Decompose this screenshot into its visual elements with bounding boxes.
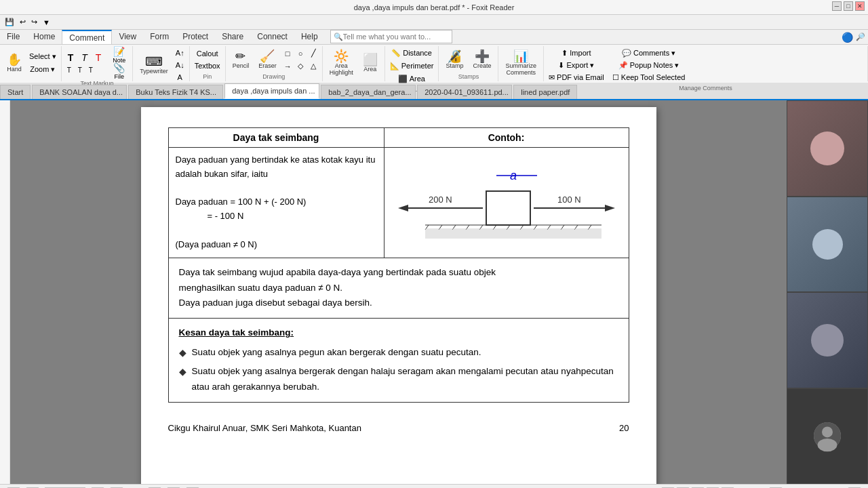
pin-label: Pin bbox=[193, 73, 222, 80]
perimeter-btn[interactable]: 📐 Perimeter bbox=[388, 60, 436, 72]
ribbon-section-area: 🔆 Area Highlight ⬜ Area bbox=[323, 46, 385, 81]
bullet1-icon: ◆ bbox=[179, 345, 186, 361]
status-bar: |◀ ◀ ▶ ▶| ⬜ ↔ ⤢ ⬜ ⊞ 📋 🔊 📄 200% − + bbox=[0, 484, 868, 488]
tab-bab2[interactable]: bab_2_daya_dan_gera... bbox=[321, 85, 416, 99]
pdf-page: Daya tak seimbang Contoh: Daya paduan ya… bbox=[141, 107, 656, 484]
ribbon-section-drawing: ✏ Pencil 🧹 Eraser □ ○ ╱ → ◇ △ Drawing bbox=[226, 46, 323, 81]
file-btn[interactable]: 📎 File bbox=[108, 64, 130, 79]
section-definition-box: Daya tak seimbang wujud apabila daya-day… bbox=[168, 258, 629, 319]
tab-home[interactable]: Home bbox=[26, 30, 62, 44]
tab-start[interactable]: Start bbox=[0, 85, 31, 99]
tab-file[interactable]: File bbox=[0, 30, 26, 44]
create-btn[interactable]: ➕ Create bbox=[469, 48, 495, 71]
bold-text-btn[interactable]: T bbox=[64, 51, 77, 64]
pdf-email-btn[interactable]: ✉ PDF via Email bbox=[547, 72, 606, 83]
search-input[interactable] bbox=[343, 33, 449, 41]
quick-access-toolbar: 💾 ↩ ↪ ▼ bbox=[0, 15, 868, 30]
tab-daya-impuls[interactable]: daya ,daya impuls dan ... ✕ bbox=[224, 83, 319, 99]
tab-2020[interactable]: 2020-04-01_093611.pd... bbox=[417, 85, 512, 99]
tab-close-btn[interactable]: ✕ bbox=[318, 87, 320, 95]
tab-share[interactable]: Share bbox=[215, 30, 250, 44]
area-btn[interactable]: ⬜ Area bbox=[359, 52, 382, 75]
export-btn[interactable]: ⬇ Export ▾ bbox=[547, 60, 606, 71]
ribbon-section-textmarkup: T T T T T T 📝 Note bbox=[62, 46, 134, 81]
area-highlight-btn[interactable]: 🔆 Area Highlight bbox=[326, 48, 357, 78]
font-decrease-btn[interactable]: A↓ bbox=[174, 60, 186, 70]
italic-text-btn[interactable]: T bbox=[78, 51, 91, 64]
minimize-button[interactable]: ─ bbox=[832, 1, 842, 11]
tab-view[interactable]: View bbox=[112, 30, 143, 44]
color-text-btn[interactable]: T bbox=[92, 51, 105, 64]
import-btn[interactable]: ⬆ Import bbox=[547, 47, 606, 59]
keep-tool-btn[interactable]: ☐ Keep Tool Selected bbox=[610, 72, 688, 83]
summarize-btn[interactable]: 📊 Summarize Comments bbox=[501, 48, 540, 78]
rect-btn[interactable]: □ bbox=[282, 47, 294, 59]
search-box[interactable]: 🔍 bbox=[330, 30, 452, 43]
ribbon-section-manage: ⬆ Import ⬇ Export ▾ ✉ PDF via Email 💬 Co… bbox=[544, 46, 868, 81]
pdf-viewer[interactable]: Daya tak seimbang Contoh: Daya paduan ya… bbox=[10, 100, 787, 484]
tsmall1-btn[interactable]: T bbox=[64, 65, 74, 75]
maximize-button[interactable]: □ bbox=[844, 1, 853, 11]
hand-tool-btn[interactable]: ✋ Hand bbox=[3, 52, 26, 75]
tab-form[interactable]: Form bbox=[143, 30, 176, 44]
shape1-btn[interactable]: ◇ bbox=[295, 60, 307, 72]
oval-btn[interactable]: ○ bbox=[295, 47, 307, 59]
pencil-btn[interactable]: ✏ Pencil bbox=[229, 48, 254, 71]
video-participant-1 bbox=[787, 100, 868, 197]
stamp-btn[interactable]: 🔏 Stamp bbox=[441, 48, 467, 71]
ribbon-section-measure: 📏 Distance 📐 Perimeter ⬛ Area Measure bbox=[385, 46, 439, 81]
search-icon: 🔍 bbox=[334, 33, 343, 41]
ribbon-content: ✋ Hand Select ▾ Zoom ▾ T T T bbox=[0, 45, 868, 83]
save-quick-btn[interactable]: 💾 bbox=[3, 16, 16, 28]
tab-comment[interactable]: Comment bbox=[62, 30, 112, 44]
tab-bank-soalan[interactable]: BANK SOALAN daya d... bbox=[32, 85, 127, 99]
stamps-group: 🔏 Stamp ➕ Create bbox=[441, 47, 495, 72]
tab-buku-teks[interactable]: Buku Teks Fizik T4 KS... bbox=[128, 85, 223, 99]
left-sidebar bbox=[0, 100, 10, 484]
hand-icon: ✋ bbox=[7, 54, 22, 66]
ribbon-section-hand: ✋ Hand Select ▾ Zoom ▾ bbox=[0, 46, 62, 81]
line-btn[interactable]: ╱ bbox=[308, 47, 319, 59]
box-shape bbox=[486, 191, 530, 225]
undo-quick-btn[interactable]: ↩ bbox=[18, 16, 28, 28]
ribbon-section-typewriter: ⌨ Typewriter A↑ A↓ A Typewriter bbox=[133, 46, 189, 81]
pin-group: Calout Textbox bbox=[193, 47, 222, 72]
close-button[interactable]: ✕ bbox=[855, 1, 865, 11]
area-icon: ⬜ bbox=[363, 54, 378, 66]
redo-quick-btn[interactable]: ↪ bbox=[29, 16, 39, 28]
bullet2-icon: ◆ bbox=[179, 364, 186, 395]
textbox-btn[interactable]: Textbox bbox=[193, 60, 222, 71]
tab-help[interactable]: Help bbox=[294, 30, 325, 44]
eraser-btn[interactable]: 🧹 Eraser bbox=[254, 48, 281, 71]
ribbon: File Home Comment View Form Protect Shar… bbox=[0, 30, 868, 83]
help-icon[interactable]: 🔵 bbox=[842, 32, 853, 43]
callout-btn[interactable]: Calout bbox=[193, 48, 222, 59]
tab-lined-paper[interactable]: lined paper.pdf bbox=[513, 85, 577, 99]
table-header-col1: Daya tak seimbang bbox=[168, 128, 384, 148]
zoom-btn[interactable]: Zoom ▾ bbox=[27, 64, 58, 75]
tsmall3-btn[interactable]: T bbox=[86, 65, 96, 75]
typewriter-btn[interactable]: ⌨ Typewriter bbox=[136, 54, 172, 77]
ribbon-tabs: File Home Comment View Form Protect Shar… bbox=[0, 30, 868, 45]
bullet2-text: Suatu objek yang asalnya bergerak dengan… bbox=[192, 364, 618, 395]
minimize-ribbon-btn[interactable]: 🔎 bbox=[856, 33, 865, 41]
customize-quick-btn[interactable]: ▼ bbox=[41, 17, 52, 28]
tab-protect[interactable]: Protect bbox=[176, 30, 215, 44]
font-increase-btn[interactable]: A↑ bbox=[174, 47, 186, 58]
arrow-btn[interactable]: → bbox=[282, 60, 294, 72]
distance-btn[interactable]: 📏 Distance bbox=[388, 47, 436, 59]
font-normal-btn[interactable]: A bbox=[174, 72, 186, 83]
comments-btn[interactable]: 💬 Comments ▾ bbox=[610, 47, 688, 59]
video-participant-3 bbox=[787, 292, 868, 388]
table-header-col2: Contoh: bbox=[384, 128, 629, 148]
force-diagram: a 200 N 100 N bbox=[391, 161, 622, 242]
tab-connect[interactable]: Connect bbox=[250, 30, 294, 44]
area-measure-btn[interactable]: ⬛ Area bbox=[388, 73, 436, 85]
tsmall2-btn[interactable]: T bbox=[75, 65, 85, 75]
select-btn[interactable]: Select ▾ bbox=[27, 51, 58, 62]
note-btn[interactable]: 📝 Note bbox=[108, 47, 130, 62]
app-title: daya ,daya impuls dan berat.pdf * - Foxi… bbox=[354, 3, 515, 12]
stamps-label: Stamps bbox=[441, 73, 495, 80]
popup-notes-btn[interactable]: 📌 Popup Notes ▾ bbox=[610, 60, 688, 71]
shape2-btn[interactable]: △ bbox=[308, 60, 319, 72]
